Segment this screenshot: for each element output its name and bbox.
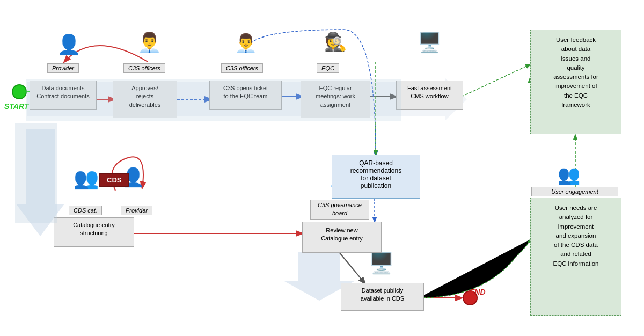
user-engagement-label: User engagement (531, 187, 618, 196)
workflow-diagram: START END 👤 👨‍💼 👨‍💼 🕵️ 🖥️ 👥 👤 👨‍💼 🖥️ 👥 (0, 0, 644, 336)
c3s-officer1-icon: 👨‍💼 (133, 31, 165, 54)
fast-assessment-box: Fast assessmentCMS workflow (396, 81, 463, 110)
start-circle (12, 84, 27, 99)
review-catalogue-box: Review newCatalogue entry (302, 222, 382, 253)
provider2-label: Provider (121, 206, 152, 215)
catalogue-entry-box: Catalogue entrystructuring (54, 217, 134, 247)
c3s-officers1-label: C3S officers (123, 63, 165, 73)
fast-assessment-monitor-icon: 🖥️ (402, 31, 456, 54)
svg-line-5 (462, 64, 530, 97)
top-flow-bg (26, 79, 401, 121)
provider1-icon: 👤 (53, 33, 85, 56)
eqc-icon: 🕵️ (319, 31, 352, 53)
left-down-bg (15, 123, 57, 223)
eqc-label: EQC (317, 63, 339, 73)
c3s-officer2-icon: 👨‍💼 (230, 32, 262, 54)
dataset-public-box: Dataset publiclyavailable in CDS (341, 283, 424, 311)
provider1-label: Provider (47, 63, 79, 73)
user-engagement-icon: 👥 (553, 164, 585, 185)
c3s-officers2-label: C3S officers (221, 63, 263, 73)
cds-cat-label: CDS cat. (69, 206, 102, 215)
start-label: START (4, 102, 28, 111)
user-feedback-box: User feedbackabout dataissues andquality… (530, 30, 621, 134)
dataset-monitor-icon: 🖥️ (343, 251, 419, 275)
end-label: END (470, 288, 486, 296)
qar-recommendations-box: QAR-basedrecommendationsfor datasetpubli… (332, 155, 420, 199)
cds-badge: CDS (99, 173, 129, 187)
user-engagement-box: User needs areanalyzed forimprovementand… (530, 198, 621, 316)
governance-board-label: C3S governanceboard (310, 200, 369, 220)
